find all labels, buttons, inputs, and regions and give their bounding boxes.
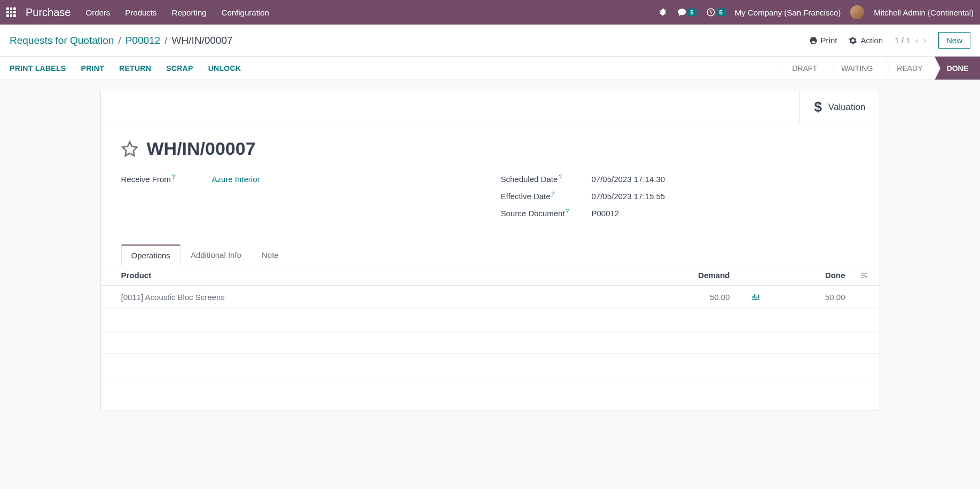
status-bar: DRAFT WAITING READY DONE (780, 57, 980, 80)
status-waiting[interactable]: WAITING (829, 57, 884, 80)
print-action-button[interactable]: PRINT (81, 64, 105, 73)
apps-icon[interactable] (6, 7, 16, 17)
return-button[interactable]: RETURN (119, 64, 151, 73)
cell-demand: 50.00 (641, 286, 738, 309)
form-col-left: Receive From? Azure Interior (121, 174, 480, 225)
star-icon[interactable] (121, 140, 138, 157)
breadcrumb-sep: / (118, 35, 121, 46)
effective-date-row: Effective Date? 07/05/2023 17:15:55 (501, 191, 859, 201)
print-labels-button[interactable]: PRINT LABELS (10, 64, 66, 73)
receive-from-value[interactable]: Azure Interior (212, 175, 260, 184)
help-icon[interactable]: ? (552, 191, 555, 197)
valuation-label: Valuation (828, 102, 866, 113)
activities-icon[interactable]: 5 (706, 7, 725, 17)
print-icon (809, 36, 818, 45)
company-selector[interactable]: My Company (San Francisco) (735, 8, 841, 17)
nav-right: 5 5 My Company (San Francisco) Mitchell … (658, 5, 974, 19)
pager-next-icon[interactable]: › (924, 36, 927, 45)
columns-settings-icon[interactable] (860, 271, 872, 279)
breadcrumb-current: WH/IN/00007 (171, 35, 232, 46)
scheduled-date-row: Scheduled Date? 07/05/2023 17:14:30 (501, 174, 859, 184)
table-row-empty (101, 354, 880, 376)
control-right: Print Action 1 / 1 ‹ › New (809, 32, 970, 49)
source-doc-label: Source Document? (501, 208, 592, 218)
nav-reporting[interactable]: Reporting (172, 8, 207, 17)
form-content: WH/IN/00007 Receive From? Azure Interior… (101, 123, 880, 391)
bug-icon[interactable] (658, 7, 668, 17)
effective-date-label: Effective Date? (501, 191, 592, 201)
table-row-empty (101, 309, 880, 332)
receive-from-row: Receive From? Azure Interior (121, 174, 480, 184)
scrap-button[interactable]: SCRAP (166, 64, 193, 73)
status-ready[interactable]: READY (884, 57, 934, 80)
new-button[interactable]: New (938, 32, 970, 49)
tabs: Operations Additional Info Note (101, 244, 880, 265)
print-button[interactable]: Print (809, 36, 837, 45)
receive-from-label: Receive From? (121, 174, 212, 184)
dollar-icon: $ (814, 99, 821, 115)
messages-badge: 5 (688, 9, 696, 16)
app-name[interactable]: Purchase (26, 6, 71, 19)
nav-menu: Orders Products Reporting Configuration (86, 8, 269, 17)
source-doc-value: P00012 (592, 209, 620, 218)
activities-badge: 5 (717, 9, 725, 16)
nav-orders[interactable]: Orders (86, 8, 111, 17)
nav-products[interactable]: Products (125, 8, 156, 17)
scheduled-date-label: Scheduled Date? (501, 174, 592, 184)
control-bar: Requests for Quotation / P00012 / WH/IN/… (0, 25, 980, 57)
top-nav: Purchase Orders Products Reporting Confi… (0, 0, 980, 25)
record-title: WH/IN/00007 (147, 138, 256, 159)
pager-text[interactable]: 1 / 1 (895, 36, 910, 45)
help-icon[interactable]: ? (172, 174, 175, 180)
action-bar: PRINT LABELS PRINT RETURN SCRAP UNLOCK D… (0, 57, 980, 80)
action-button[interactable]: Action (849, 36, 883, 45)
forecast-icon[interactable] (751, 292, 760, 301)
col-done[interactable]: Done (767, 265, 853, 286)
avatar[interactable] (850, 5, 864, 19)
status-draft[interactable]: DRAFT (780, 57, 829, 80)
title-row: WH/IN/00007 (121, 138, 859, 159)
col-demand[interactable]: Demand (641, 265, 738, 286)
table-row-empty (101, 332, 880, 354)
tab-note[interactable]: Note (252, 244, 289, 265)
unlock-button[interactable]: UNLOCK (208, 64, 241, 73)
pager: 1 / 1 ‹ › (895, 36, 927, 45)
nav-configuration[interactable]: Configuration (222, 8, 269, 17)
valuation-button[interactable]: $ Valuation (799, 91, 879, 123)
source-doc-row: Source Document? P00012 (501, 208, 859, 218)
status-done[interactable]: DONE (935, 57, 980, 80)
action-buttons: PRINT LABELS PRINT RETURN SCRAP UNLOCK (10, 64, 241, 73)
breadcrumb-parent[interactable]: P00012 (126, 35, 161, 46)
messages-icon[interactable]: 5 (677, 7, 696, 17)
breadcrumb-root[interactable]: Requests for Quotation (10, 35, 114, 46)
breadcrumb: Requests for Quotation / P00012 / WH/IN/… (10, 35, 233, 46)
cell-product: [0011] Acoustic Bloc Screens (101, 286, 641, 309)
help-icon[interactable]: ? (566, 208, 569, 214)
gear-icon (849, 36, 857, 45)
pager-prev-icon[interactable]: ‹ (915, 36, 918, 45)
col-product[interactable]: Product (101, 265, 641, 286)
tab-additional-info[interactable]: Additional Info (181, 244, 252, 265)
form-sheet: $ Valuation WH/IN/00007 Receive From? Az… (100, 91, 880, 411)
user-menu[interactable]: Mitchell Admin (Continental) (874, 8, 974, 17)
tab-operations[interactable]: Operations (121, 244, 181, 265)
help-icon[interactable]: ? (559, 174, 562, 180)
operations-table: Product Demand Done [0011] Acoustic Bloc… (101, 265, 880, 376)
breadcrumb-sep: / (164, 35, 167, 46)
scheduled-date-value: 07/05/2023 17:14:30 (592, 175, 665, 184)
cell-done: 50.00 (767, 286, 853, 309)
table-row[interactable]: [0011] Acoustic Bloc Screens 50.00 50.00 (101, 286, 880, 309)
effective-date-value: 07/05/2023 17:15:55 (592, 192, 665, 201)
button-box: $ Valuation (101, 91, 880, 123)
form-grid: Receive From? Azure Interior Scheduled D… (121, 174, 859, 225)
form-col-right: Scheduled Date? 07/05/2023 17:14:30 Effe… (501, 174, 859, 225)
